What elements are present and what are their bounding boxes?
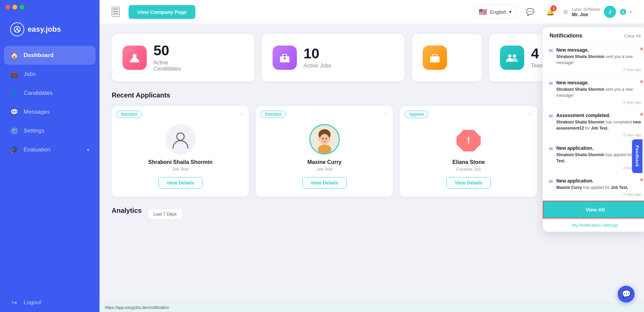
sidebar-item-messages[interactable]: 💬 Messages (0, 103, 100, 121)
view-company-page-button[interactable]: View Company Page (129, 5, 195, 19)
applicant-card-maxine: Shortlist ☆ (256, 106, 393, 197)
view-details-eliana[interactable]: View Details (446, 177, 491, 189)
notif-time-5: 2 days ago (549, 192, 641, 196)
chat-bubble-button[interactable]: 💬 (618, 286, 635, 303)
notif-time-1: 2 days ago (549, 67, 641, 72)
notif-title: Notifications (550, 33, 582, 39)
user-name: Mr. Joe (572, 12, 600, 17)
status-url: https://app.easyjobs.dev/notification (105, 305, 169, 310)
tag-shortlist-maxine: Shortlist (260, 111, 286, 118)
application-icon-4: ✉ (549, 146, 553, 151)
mac-maximize-btn[interactable] (20, 5, 24, 9)
tag-applied-eliana: Applied (404, 111, 428, 118)
feedback-tab[interactable]: Feedback (632, 139, 643, 173)
svg-point-10 (508, 54, 511, 58)
sidebar-item-jobs[interactable]: 💼 Jobs (0, 65, 100, 84)
svg-point-19 (318, 138, 321, 141)
user-badge: 6 (620, 9, 626, 15)
view-details-shraboni[interactable]: View Details (158, 177, 202, 189)
notif-close-5[interactable]: ✕ (640, 177, 643, 182)
svg-point-16 (322, 138, 324, 139)
stat-card-candidates: 50 ActiveCandidates (112, 34, 254, 81)
settings-icon: ⚙️ (10, 127, 18, 135)
notif-msg-3: Shraboni Shaila Shormin has completed ne… (556, 119, 641, 131)
applicant-name-eliana: Eliana Stone (452, 159, 485, 165)
application-icon-5: ✉ (549, 179, 553, 184)
team-stat-icon (500, 46, 524, 70)
user-logo-icon: ⊙ (563, 9, 568, 15)
content-area: 50 ActiveCandidates 10 Active Jobs (100, 24, 644, 303)
notif-item-5: ✉ New application. Maxine Curry has appl… (543, 174, 644, 201)
chat-icon: 💬 (526, 8, 534, 16)
notif-close-1[interactable]: ✕ (640, 47, 643, 52)
sidebar-item-label: Jobs (24, 71, 36, 78)
svg-point-4 (133, 54, 137, 58)
star-icon-maxine[interactable]: ☆ (383, 111, 388, 118)
notif-type-1: New message. (556, 47, 641, 53)
language-label: English (490, 9, 506, 15)
pipeline-stat-icon (423, 46, 447, 70)
svg-point-12 (177, 133, 184, 140)
stat-info-candidates: 50 ActiveCandidates (153, 44, 181, 72)
notif-type-3: Assessment completed. (556, 113, 641, 118)
svg-point-20 (328, 138, 331, 141)
logo-icon: i (10, 22, 24, 36)
logout-icon: ↪ (10, 299, 18, 307)
svg-point-7 (284, 57, 286, 59)
notif-item-2: ✉ New message. Shraboni Shaila Shormin s… (543, 76, 644, 109)
jobs-label: Active Jobs (304, 63, 331, 69)
last-days-button[interactable]: Last 7 Days (148, 208, 183, 220)
clear-all-button[interactable]: Clear All (624, 33, 641, 38)
applicant-job-shraboni: Job Test (172, 167, 189, 172)
sidebar-item-evaluation[interactable]: 🎓 Evaluation ▾ (0, 140, 100, 159)
message-icon-2: ✉ (549, 81, 553, 86)
sidebar-item-label: Dashboard (24, 52, 54, 59)
notif-type-2: New message. (556, 80, 641, 85)
messages-button[interactable]: 💬 (523, 5, 537, 19)
sidebar-logo[interactable]: i easy.jobs (0, 13, 100, 46)
jobs-count: 10 (304, 47, 331, 61)
star-icon-eliana[interactable]: ☆ (527, 111, 533, 118)
logout-label: Logout (24, 299, 41, 306)
view-details-maxine[interactable]: View Details (302, 177, 346, 189)
topbar: ☰ View Company Page 🇺🇸 English ▾ 💬 🔔 1 ⊙… (100, 0, 644, 24)
mac-minimize-btn[interactable] (12, 5, 17, 9)
notification-settings-button[interactable]: My Notification Settings (543, 219, 644, 232)
user-info: Lylac Software Mr. Joe (572, 7, 600, 17)
stat-card-jobs: 10 Active Jobs (262, 34, 404, 81)
tag-shortlist-shraboni: Shortlist (116, 111, 142, 118)
notif-close-3[interactable]: ✕ (640, 112, 643, 117)
svg-point-15 (320, 134, 329, 145)
svg-point-17 (326, 138, 327, 139)
messages-icon: 💬 (10, 108, 18, 116)
jobs-icon: 💼 (10, 70, 18, 78)
notifications-button[interactable]: 🔔 1 (543, 5, 557, 19)
notif-type-4: New application. (556, 145, 641, 151)
main-content: ☰ View Company Page 🇺🇸 English ▾ 💬 🔔 1 ⊙… (100, 0, 644, 312)
user-menu-chevron: ▾ (629, 9, 632, 15)
notif-time-2: 2 days ago (549, 100, 641, 104)
view-all-notifications-button[interactable]: View All (543, 201, 644, 219)
star-icon-shraboni[interactable]: ☆ (239, 111, 244, 118)
notif-close-2[interactable]: ✕ (640, 79, 643, 84)
avatar-eliana: ! (453, 124, 484, 154)
sidebar-item-candidates[interactable]: 👤 Candidates (0, 84, 100, 103)
status-bar: https://app.easyjobs.dev/notification (100, 303, 644, 312)
svg-text:!: ! (467, 135, 470, 145)
message-icon-1: ✉ (549, 48, 553, 53)
user-menu[interactable]: ⊙ Lylac Software Mr. Joe J 6 ▾ (563, 6, 632, 18)
evaluation-icon: 🎓 (10, 146, 18, 154)
candidates-stat-icon (122, 46, 147, 70)
hamburger-menu-button[interactable]: ☰ (112, 7, 120, 17)
assessment-icon-3: ✉ (549, 113, 553, 119)
sidebar: i easy.jobs 🏠 Dashboard 💼 Jobs 👤 Candida… (0, 0, 100, 312)
mac-close-btn[interactable] (5, 5, 10, 9)
language-selector[interactable]: 🇺🇸 English ▾ (474, 5, 517, 19)
sidebar-item-dashboard[interactable]: 🏠 Dashboard (4, 46, 95, 65)
avatar-initials: J (609, 9, 611, 15)
logout-button[interactable]: ↪ Logout (0, 293, 100, 312)
applicant-card-shraboni: Shortlist ☆ Shraboni Shaila Shormin Job … (112, 106, 249, 197)
sidebar-item-settings[interactable]: ⚙️ Settings (0, 121, 100, 140)
candidates-label: ActiveCandidates (153, 60, 181, 72)
svg-point-11 (513, 54, 516, 58)
